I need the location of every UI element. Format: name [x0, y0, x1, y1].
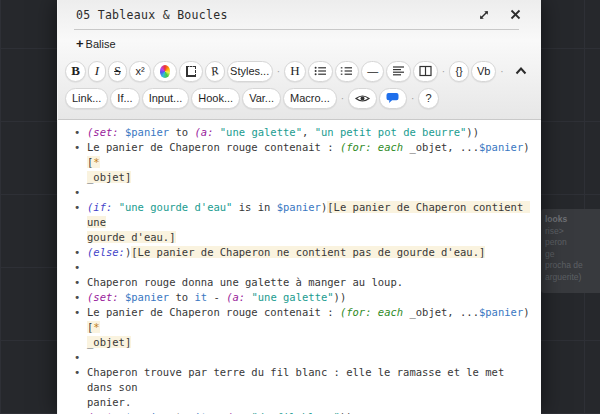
background-card-line: ge [545, 249, 600, 261]
toolbar-row-2: Link...If...Input...Hook...Var...Macro..… [65, 86, 533, 110]
line-bullet: • [74, 260, 80, 275]
styles-button-label: Styles... [230, 65, 269, 77]
line-bullet: • [74, 275, 80, 290]
code-line: •Chaperon rouge donna une galette à mang… [78, 275, 531, 290]
code-line: _objet] [78, 335, 531, 350]
code-line: •(set: $panier to (a: "une galette", "un… [78, 125, 531, 140]
macro-button[interactable]: Macro... [283, 88, 337, 109]
close-button[interactable] [506, 7, 525, 22]
background-card-line: rise> [545, 226, 600, 238]
background-card-line: peron [545, 237, 600, 249]
code-line: •(if: "une gourde d'eau" is in $panier)[… [78, 200, 531, 230]
collapse-button[interactable]: {} [449, 61, 469, 82]
chevron-up-icon [514, 66, 528, 76]
superscript-button-label: x² [135, 65, 144, 77]
code-line: gourde d'eau.] [78, 230, 531, 245]
code-line: • [78, 185, 531, 200]
preview-button[interactable] [348, 88, 377, 109]
numbered-list-icon [340, 65, 353, 77]
toolbar-separator: · [339, 93, 346, 104]
background-card-line: arguerite) [545, 272, 600, 284]
toolbar-separator: · [440, 66, 447, 77]
strikethrough-button[interactable]: S [108, 61, 128, 82]
line-bullet: • [74, 350, 80, 365]
heading-button[interactable]: H [284, 61, 306, 82]
passage-text-editor[interactable]: •(set: $panier to (a: "une galette", "un… [58, 120, 541, 414]
code-line: • [78, 350, 531, 365]
columns-button[interactable] [413, 61, 438, 82]
background-passage-card-title: looks [545, 214, 600, 226]
passage-title: 05 Tableaux & Boucles [76, 8, 462, 22]
dialog-header: 05 Tableaux & Boucles [58, 0, 541, 120]
code-line: panier. [78, 395, 531, 410]
code-line: _objet] [78, 170, 531, 185]
hook-button[interactable]: Hook... [191, 88, 240, 109]
line-bullet: • [74, 365, 80, 380]
color-wheel-icon [160, 65, 171, 78]
text-color-button[interactable] [153, 61, 178, 82]
input-button[interactable]: Input... [142, 88, 190, 109]
expand-icon [478, 9, 490, 21]
line-bullet: • [74, 410, 80, 414]
code-line: •Le panier de Chaperon rouge contenait :… [78, 305, 531, 335]
code-line: •(set: $panier to it - (a: "une galette"… [78, 290, 531, 305]
comment-button[interactable] [379, 88, 407, 109]
border-button[interactable] [179, 61, 202, 82]
help-button[interactable]: ? [418, 88, 438, 109]
collapse-toolbar-button[interactable] [510, 61, 534, 82]
title-bar: 05 Tableaux & Boucles [58, 0, 541, 29]
alignment-button[interactable] [386, 61, 411, 82]
plus-icon: + [76, 37, 84, 50]
add-tag-label: Balise [86, 38, 116, 50]
link-button-label: Link... [72, 92, 101, 104]
line-bullet: • [74, 245, 80, 260]
var-button-label: Var... [249, 92, 274, 104]
close-icon [510, 9, 521, 20]
italic-button-label: I [95, 63, 99, 79]
speech-bubble-icon [386, 92, 400, 104]
line-bullet: • [74, 125, 80, 140]
line-bullet: • [74, 305, 80, 320]
link-button[interactable]: Link... [65, 88, 108, 109]
horizontal-rule-button[interactable]: — [361, 61, 384, 82]
code-line: • [78, 260, 531, 275]
bold-button[interactable]: B [65, 61, 86, 82]
tag-bar: + Balise [58, 30, 541, 57]
superscript-button[interactable]: x² [129, 61, 151, 82]
line-bullet: • [74, 290, 80, 305]
macro-button-label: Macro... [290, 92, 330, 104]
if-button[interactable]: If... [110, 88, 139, 109]
toolbar-separator: · [409, 93, 416, 104]
dashed-box-icon [186, 66, 195, 77]
rotate-text-button[interactable]: R [205, 61, 225, 82]
code-line: •Chaperon trouve par terre du fil blanc … [78, 365, 531, 395]
eye-icon [355, 93, 370, 104]
numbered-list-button[interactable] [335, 61, 360, 82]
add-tag-button[interactable]: + Balise [76, 37, 116, 50]
maximize-button[interactable] [474, 7, 494, 23]
columns-icon [419, 65, 432, 77]
collapse-button-label: {} [455, 65, 462, 77]
if-button-label: If... [117, 92, 132, 104]
code-line: •(set: $panier to it + (a: "du fil blanc… [78, 410, 531, 414]
hook-button-label: Hook... [198, 92, 233, 104]
toolbar-row-1: BISx²RStyles...·H—·{}Vb· [65, 59, 533, 83]
code-line: •(else:)[Le panier de Chaperon ne contie… [78, 245, 531, 260]
horizontal-rule-button-label: — [367, 65, 378, 77]
toolbar-separator: · [498, 66, 505, 77]
bulleted-list-button[interactable] [308, 61, 333, 82]
background-passage-card-text: rise>perongeprocha dearguerite) [545, 226, 600, 284]
code-line: •Le panier de Chaperon rouge contenait :… [78, 140, 531, 170]
verbatim-button-label: Vb [477, 65, 490, 77]
italic-button[interactable]: I [88, 61, 106, 82]
input-button-label: Input... [149, 92, 183, 104]
var-button[interactable]: Var... [242, 88, 281, 109]
line-bullet: • [74, 200, 80, 215]
verbatim-button[interactable]: Vb [471, 61, 496, 82]
background-card-line: procha de [545, 260, 600, 272]
heading-button-label: H [290, 63, 299, 79]
passage-editor-dialog: 05 Tableaux & Boucles [57, 0, 541, 414]
alignment-icon [392, 65, 405, 77]
styles-button[interactable]: Styles... [227, 61, 273, 82]
background-passage-card: looks rise>perongeprocha dearguerite) [541, 209, 600, 293]
